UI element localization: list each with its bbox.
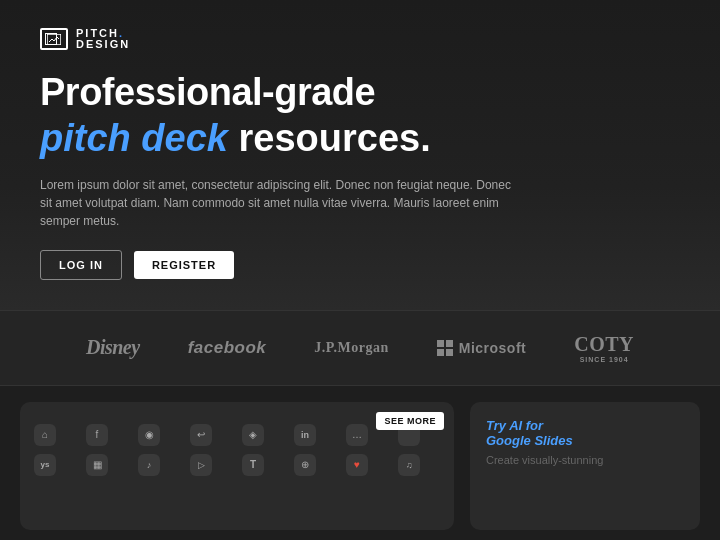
jpmorgan-logo: J.P.Morgan (314, 340, 388, 356)
ai-card: Try AI forGoogle Slides Create visually-… (470, 402, 700, 530)
icon-tinder[interactable]: ♥ (346, 454, 368, 476)
icon-grid-row2: ys ▦ ♪ ▷ T ⊕ ♥ ♫ (34, 454, 440, 476)
microsoft-logo: Microsoft (437, 340, 527, 356)
icon-linkedin[interactable]: in (294, 424, 316, 446)
facebook-logo: facebook (188, 338, 267, 358)
logos-section: Disney facebook J.P.Morgan Microsoft COT… (0, 310, 720, 386)
register-button[interactable]: REGISTER (134, 251, 234, 279)
icon-airbnb[interactable]: ⌂ (34, 424, 56, 446)
icon-figma[interactable]: ◉ (138, 424, 160, 446)
hero-title-line2: pitch deck resources. (40, 118, 680, 160)
hero-section: PITCH. DESIGN Professional-grade pitch d… (0, 0, 720, 310)
icon-more[interactable]: … (346, 424, 368, 446)
icon-spotify[interactable]: ♫ (398, 454, 420, 476)
coty-sub: SINCE 1904 (580, 356, 629, 363)
hero-description: Lorem ipsum dolor sit amet, consectetur … (40, 176, 520, 230)
hero-buttons: LOG IN REGISTER (40, 250, 680, 280)
hero-title-italic: pitch deck (40, 117, 228, 159)
icon-undo[interactable]: ↩ (190, 424, 212, 446)
icon-link[interactable]: ⊕ (294, 454, 316, 476)
logo-text: PITCH. DESIGN (76, 28, 130, 50)
bottom-section: SEE MORE ⌂ f ◉ ↩ ◈ in … ys ▦ ♪ ▷ T ⊕ ♥ ♫… (0, 386, 720, 540)
plugins-card: SEE MORE ⌂ f ◉ ↩ ◈ in … ys ▦ ♪ ▷ T ⊕ ♥ ♫ (20, 402, 454, 530)
icon-type[interactable]: T (242, 454, 264, 476)
icon-grid2[interactable]: ▦ (86, 454, 108, 476)
icon-layers[interactable]: ◈ (242, 424, 264, 446)
ai-card-desc: Create visually-stunning (486, 454, 684, 466)
ai-card-title: Try AI forGoogle Slides (486, 418, 684, 448)
hero-title-rest: resources. (228, 117, 431, 159)
login-button[interactable]: LOG IN (40, 250, 122, 280)
hero-title-line1: Professional-grade (40, 72, 680, 114)
icon-facebook[interactable]: f (86, 424, 108, 446)
microsoft-grid-icon (437, 340, 453, 356)
brand-logo-container: PITCH. DESIGN (40, 28, 680, 50)
coty-logo: COTY SINCE 1904 (574, 333, 634, 363)
disney-logo: Disney (86, 336, 140, 359)
icon-ys[interactable]: ys (34, 454, 56, 476)
icon-foursquare[interactable]: ♪ (138, 454, 160, 476)
svg-rect-0 (47, 34, 61, 45)
logo-icon (40, 28, 68, 50)
logo-design: DESIGN (76, 39, 130, 50)
ai-try-label: Try (486, 418, 509, 433)
see-more-badge[interactable]: SEE MORE (376, 412, 444, 430)
icon-play[interactable]: ▷ (190, 454, 212, 476)
